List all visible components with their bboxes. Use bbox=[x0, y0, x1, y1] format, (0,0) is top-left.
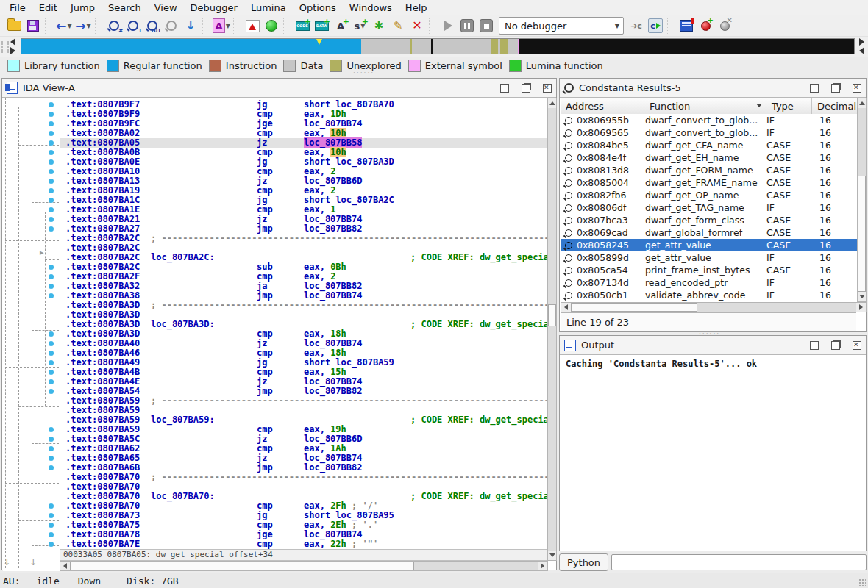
ida-view-titlebar[interactable]: IDA View-A bbox=[2, 79, 556, 98]
open-file-icon[interactable] bbox=[5, 17, 23, 35]
menu-edit[interactable]: Edit bbox=[32, 1, 64, 15]
scroll-up-icon[interactable] bbox=[548, 98, 556, 108]
table-row[interactable]: 0x8084e4fdwarf_get_EH_nameCASE16 bbox=[561, 151, 857, 164]
table-row[interactable]: 0x8069565dwarf_convert_to_glob...IF16 bbox=[561, 126, 857, 139]
table-row[interactable]: 0x805899dget_attr_valueIF16 bbox=[561, 251, 857, 264]
lumina-status-icon[interactable] bbox=[263, 17, 280, 35]
debug-stop-icon[interactable] bbox=[477, 17, 495, 35]
scroll-down-icon[interactable] bbox=[858, 292, 866, 301]
maximize-icon[interactable] bbox=[810, 84, 819, 93]
debug-start-icon[interactable] bbox=[439, 17, 457, 35]
disasm-hscrollbar[interactable] bbox=[60, 561, 548, 571]
table-row[interactable]: 0x807bca3dwarf_get_form_classCASE16 bbox=[561, 214, 857, 226]
table-row[interactable]: 0x807134dread_encoded_ptrIF16 bbox=[561, 276, 857, 289]
navband-segment[interactable] bbox=[21, 39, 361, 54]
make-array-icon[interactable]: ✱ bbox=[370, 17, 388, 35]
restore-icon[interactable] bbox=[831, 341, 840, 350]
navigation-band[interactable] bbox=[21, 38, 855, 54]
results-vscrollbar[interactable] bbox=[857, 98, 867, 302]
save-icon[interactable] bbox=[24, 17, 42, 35]
menu-jump[interactable]: Jump bbox=[64, 1, 102, 15]
edit-icon[interactable]: ✎ bbox=[389, 17, 407, 35]
disasm-vscrollbar[interactable] bbox=[547, 98, 557, 561]
breakpoint-list-icon[interactable] bbox=[677, 17, 695, 35]
table-row[interactable]: 0x8069caddwarf_global_formrefCASE16 bbox=[561, 226, 857, 239]
column-header-type[interactable]: Type bbox=[766, 98, 812, 114]
undefine-icon[interactable]: ✕ bbox=[408, 17, 426, 35]
maximize-icon[interactable] bbox=[810, 341, 819, 350]
navband-segment[interactable] bbox=[361, 39, 410, 54]
menu-search[interactable]: Search bbox=[102, 1, 148, 15]
scroll-right-icon[interactable] bbox=[856, 303, 866, 312]
scroll-left-icon[interactable] bbox=[561, 303, 571, 312]
navband-segment[interactable] bbox=[500, 39, 508, 54]
output-log[interactable]: Caching 'Condstanta Results-5'... ok bbox=[561, 355, 865, 550]
restore-icon[interactable] bbox=[831, 84, 840, 93]
make-code-icon[interactable]: +CODE bbox=[294, 17, 311, 35]
cli-input[interactable] bbox=[611, 554, 867, 570]
column-header-decimal[interactable]: Decimal bbox=[812, 98, 857, 114]
column-header-address[interactable]: Address bbox=[561, 98, 644, 114]
navband-scroll-left-icon[interactable] bbox=[859, 47, 864, 54]
vscroll-thumb[interactable] bbox=[548, 304, 556, 326]
make-string-icon[interactable]: +s▼ bbox=[351, 17, 369, 35]
menu-lumina[interactable]: Lumina bbox=[244, 1, 293, 15]
menu-windows[interactable]: Windows bbox=[343, 1, 399, 15]
close-icon[interactable] bbox=[853, 84, 861, 93]
table-row[interactable]: 0x80806dfdwarf_get_TAG_nameIF16 bbox=[561, 201, 857, 214]
disasm-code[interactable]: .text:0807B9F7jgshort loc_807BA70.text:0… bbox=[60, 98, 548, 549]
menu-file[interactable]: File bbox=[3, 1, 32, 15]
navigate-forward-icon[interactable]: →▼ bbox=[74, 17, 92, 35]
navband-left-icon[interactable] bbox=[10, 38, 15, 46]
hscroll-thumb[interactable] bbox=[571, 303, 697, 312]
navband-segment[interactable] bbox=[519, 39, 854, 54]
menu-help[interactable]: Help bbox=[399, 1, 434, 15]
table-row[interactable]: 0x8082fb6dwarf_get_OP_nameCASE16 bbox=[561, 189, 857, 201]
close-icon[interactable] bbox=[853, 341, 861, 350]
debug-pause-icon[interactable] bbox=[458, 17, 476, 35]
resize-grip[interactable] bbox=[858, 578, 866, 586]
vscroll-thumb[interactable] bbox=[858, 176, 866, 292]
output-titlebar[interactable]: Output bbox=[560, 336, 866, 355]
table-row[interactable]: 0x8084be5dwarf_get_CFA_nameCASE16 bbox=[561, 139, 857, 151]
hscroll-thumb[interactable] bbox=[70, 562, 414, 570]
step-into-icon[interactable]: ➔c bbox=[627, 17, 645, 35]
scroll-right-icon[interactable] bbox=[538, 562, 547, 570]
run-until-return-icon[interactable]: c bbox=[647, 17, 664, 35]
restore-icon[interactable] bbox=[522, 84, 530, 93]
menu-view[interactable]: View bbox=[148, 1, 184, 15]
disasm-line[interactable]: .text:0807BA7Ecmpeax, 22h ; '"' bbox=[60, 539, 548, 549]
close-icon[interactable] bbox=[543, 84, 552, 93]
add-breakpoint-icon[interactable]: + bbox=[697, 17, 714, 35]
table-row[interactable]: 0x806955bdwarf_convert_to_glob...IF16 bbox=[561, 114, 857, 126]
search-next-icon[interactable] bbox=[163, 17, 180, 35]
search-value-icon[interactable]: 101 bbox=[143, 17, 161, 35]
scroll-left-icon[interactable] bbox=[60, 562, 70, 570]
colors-icon[interactable]: A▼ bbox=[213, 17, 230, 35]
scroll-down-icon[interactable] bbox=[548, 551, 556, 560]
navband-segment[interactable] bbox=[433, 39, 491, 54]
table-row[interactable]: 0x8058245get_attr_valueCASE16 bbox=[561, 239, 857, 251]
results-titlebar[interactable]: Condstanta Results-5 bbox=[560, 79, 866, 98]
table-row[interactable]: 0x8050cb1validate_abbrev_codeIF16 bbox=[561, 289, 857, 301]
table-row[interactable]: 0x8085004dwarf_get_FRAME_nameCASE16 bbox=[561, 176, 857, 189]
navigate-back-icon[interactable]: ←▼ bbox=[55, 17, 73, 35]
jump-address-icon[interactable]: ↓ bbox=[182, 17, 199, 35]
menu-options[interactable]: Options bbox=[293, 1, 343, 15]
navband-segment[interactable] bbox=[508, 39, 518, 54]
results-hscrollbar[interactable] bbox=[561, 302, 867, 312]
column-header-function[interactable]: Function bbox=[644, 98, 766, 114]
debugger-select[interactable]: No debugger▼ bbox=[499, 17, 624, 35]
scroll-up-icon[interactable] bbox=[858, 98, 866, 108]
delete-breakpoint-icon[interactable]: ✕ bbox=[716, 17, 733, 35]
navband-scroll-right-icon[interactable] bbox=[859, 38, 864, 46]
maximize-icon[interactable] bbox=[500, 84, 509, 93]
menu-debugger[interactable]: Debugger bbox=[184, 1, 244, 15]
navband-right-icon[interactable] bbox=[10, 47, 15, 54]
navband-segment[interactable] bbox=[412, 39, 431, 54]
python-button[interactable]: Python bbox=[559, 553, 608, 571]
make-name-icon[interactable]: +A bbox=[332, 17, 349, 35]
navband-segment[interactable] bbox=[491, 39, 498, 54]
table-row[interactable]: 0x80813d8dwarf_get_FORM_nameCASE16 bbox=[561, 164, 857, 176]
table-row[interactable]: 0x805ca54print_frame_inst_bytesCASE16 bbox=[561, 264, 857, 276]
